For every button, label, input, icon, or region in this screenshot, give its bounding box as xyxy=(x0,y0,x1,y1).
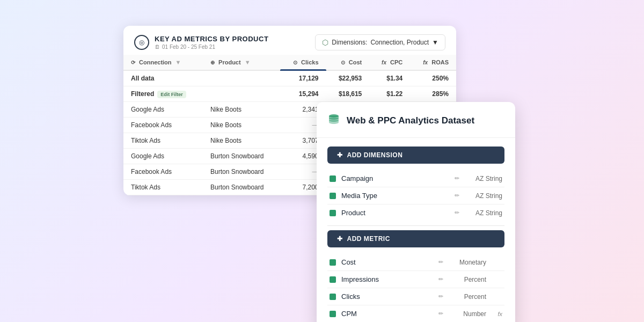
cell-cpc: $1.22 xyxy=(369,86,410,102)
section-divider xyxy=(327,225,504,226)
cell-cost: $18,615 xyxy=(326,86,370,102)
cell-product xyxy=(203,86,280,102)
edit-icon[interactable]: ✏ xyxy=(455,175,459,182)
dimension-name: Media Type xyxy=(341,192,449,200)
cpc-col-icon: fx xyxy=(382,60,386,65)
col-roas: fx ROAS xyxy=(410,55,456,70)
cell-product xyxy=(203,70,280,86)
dimensions-list: Campaign ✏ AZ String Media Type ✏ AZ Str… xyxy=(327,170,504,221)
metric-type: Percent xyxy=(449,276,486,283)
chevron-down-icon: ▼ xyxy=(432,39,438,46)
cell-product: Burton Snowboard xyxy=(203,149,280,164)
col-product: ⊕ Product ▼ xyxy=(203,55,280,70)
cost-col-icon: ⊙ xyxy=(341,60,345,65)
field-dot xyxy=(330,210,336,216)
add-dimension-label: ADD DIMENSION xyxy=(347,151,403,159)
dimensions-label: Dimensions: xyxy=(332,39,367,46)
cell-connection: Facebook Ads xyxy=(123,164,203,180)
col-cpc: fx CPC xyxy=(369,55,410,70)
cell-cost: $22,953 xyxy=(326,70,370,86)
cell-roas: 250% xyxy=(410,70,456,86)
dimensions-button[interactable]: ⬡ Dimensions: Connection, Product ▼ xyxy=(315,34,445,50)
metric-item: Clicks ✏ Percent xyxy=(327,288,504,305)
edit-filter-tag[interactable]: Edit Filter xyxy=(157,91,186,98)
field-dot xyxy=(330,311,336,317)
plus-icon-metric: ✚ xyxy=(337,235,343,243)
filter-icon-connection[interactable]: ▼ xyxy=(175,59,181,65)
metric-name: Cost xyxy=(341,258,433,266)
cell-product: Nike Boots xyxy=(203,133,280,149)
dimension-name: Campaign xyxy=(341,174,449,182)
edit-icon[interactable]: ✏ xyxy=(438,310,443,317)
cell-connection: All data xyxy=(123,70,203,86)
right-card-body: ✚ ADD DIMENSION Campaign ✏ AZ String Med… xyxy=(317,138,515,322)
right-card: Web & PPC Analytics Dataset ✚ ADD DIMENS… xyxy=(317,102,515,322)
metric-type: Percent xyxy=(449,293,486,301)
field-dot xyxy=(330,294,336,300)
product-icon: ⊕ xyxy=(210,60,215,65)
cell-product: Burton Snowboard xyxy=(203,164,280,180)
metric-name: Clicks xyxy=(341,292,433,301)
edit-icon[interactable]: ✏ xyxy=(438,276,443,283)
dimensions-value: Connection, Product xyxy=(370,39,429,46)
field-dot xyxy=(330,175,336,182)
metric-item: Cost ✏ Monetary xyxy=(327,254,504,271)
dimension-name: Product xyxy=(341,209,449,217)
edit-icon[interactable]: ✏ xyxy=(455,192,459,199)
field-dot xyxy=(330,259,336,266)
metric-type: Number xyxy=(449,310,486,318)
cell-product: Burton Snowboard xyxy=(203,180,280,195)
cell-connection: Tiktok Ads xyxy=(123,180,203,195)
cell-connection: FilteredEdit Filter xyxy=(123,86,203,102)
cell-clicks: 15,294 xyxy=(280,86,326,102)
left-card-header: ◎ KEY AD METRICS BY PRODUCT 🗓 01 Feb 20 … xyxy=(123,26,456,55)
title-icon: ◎ xyxy=(134,35,149,50)
cell-roas: 285% xyxy=(410,86,456,102)
cube-icon: ⬡ xyxy=(322,38,328,47)
dimension-item: Media Type ✏ AZ String xyxy=(327,187,504,204)
card-subtitle: 🗓 01 Feb 20 - 25 Feb 21 xyxy=(155,44,268,50)
calendar-icon: 🗓 xyxy=(155,44,160,50)
dimension-item: Product ✏ AZ String xyxy=(327,204,504,221)
cell-connection: Tiktok Ads xyxy=(123,133,203,149)
connection-icon: ⟳ xyxy=(131,60,135,65)
cell-connection: Google Ads xyxy=(123,102,203,118)
metric-item: Impressions ✏ Percent xyxy=(327,271,504,288)
metrics-list: Cost ✏ Monetary Impressions ✏ Percent Cl… xyxy=(327,254,504,322)
filter-icon-product[interactable]: ▼ xyxy=(245,59,251,65)
dimension-type: AZ String xyxy=(465,175,502,182)
edit-icon[interactable]: ✏ xyxy=(438,259,443,266)
cell-cpc: $1.34 xyxy=(369,70,410,86)
dimension-type: AZ String xyxy=(465,209,502,217)
add-metric-button[interactable]: ✚ ADD METRIC xyxy=(327,230,504,247)
dataset-icon xyxy=(327,113,340,129)
metric-item: CPM ✏ Number fx xyxy=(327,305,504,322)
dimension-type: AZ String xyxy=(465,192,502,200)
title-area: ◎ KEY AD METRICS BY PRODUCT 🗓 01 Feb 20 … xyxy=(134,35,268,50)
right-card-header: Web & PPC Analytics Dataset xyxy=(317,102,515,138)
fx-badge: fx xyxy=(492,311,502,317)
add-dimension-button[interactable]: ✚ ADD DIMENSION xyxy=(327,147,504,164)
add-metric-label: ADD METRIC xyxy=(347,235,390,243)
col-cost: ⊙ Cost xyxy=(326,55,370,70)
col-connection: ⟳ Connection ▼ xyxy=(123,55,203,70)
metric-type: Monetary xyxy=(449,259,486,266)
roas-col-icon: fx xyxy=(423,60,428,65)
edit-icon[interactable]: ✏ xyxy=(438,293,443,300)
col-clicks: ⊙ Clicks xyxy=(280,55,326,70)
edit-icon[interactable]: ✏ xyxy=(455,209,459,216)
metric-name: Impressions xyxy=(341,275,433,283)
dimension-item: Campaign ✏ AZ String xyxy=(327,170,504,187)
field-dot xyxy=(330,193,336,199)
cell-product: Nike Boots xyxy=(203,118,280,133)
table-row: All data17,129$22,953$1.34250% xyxy=(123,70,456,86)
dataset-title: Web & PPC Analytics Dataset xyxy=(347,115,474,126)
clicks-col-icon: ⊙ xyxy=(293,60,297,65)
card-title: KEY AD METRICS BY PRODUCT xyxy=(155,35,268,43)
plus-icon-dimension: ✚ xyxy=(337,151,343,159)
cell-product: Nike Boots xyxy=(203,102,280,118)
table-row: FilteredEdit Filter15,294$18,615$1.22285… xyxy=(123,86,456,102)
cell-connection: Google Ads xyxy=(123,149,203,164)
cell-connection: Facebook Ads xyxy=(123,118,203,133)
field-dot xyxy=(330,276,336,283)
